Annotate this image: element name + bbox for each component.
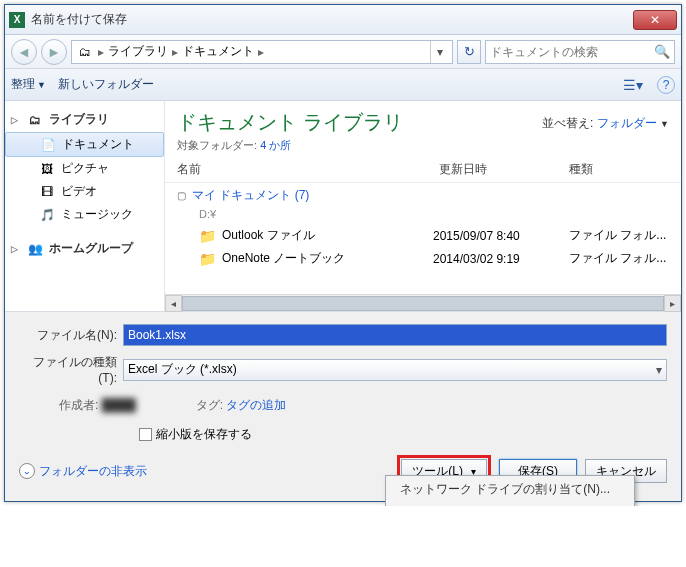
library-subfolder: 対象フォルダー: 4 か所 bbox=[177, 138, 403, 153]
breadcrumb[interactable]: 🗂 ▸ ライブラリ ▸ ドキュメント ▸ ▾ bbox=[71, 40, 453, 64]
save-dialog: X 名前を付けて保存 ✕ ◄ ► 🗂 ▸ ライブラリ ▸ ドキュメント ▸ ▾ … bbox=[4, 4, 682, 502]
new-folder-button[interactable]: 新しいフォルダー bbox=[58, 76, 154, 93]
breadcrumb-item[interactable]: ドキュメント bbox=[182, 43, 254, 60]
hide-folder-toggle[interactable]: フォルダーの非表示 bbox=[19, 463, 147, 480]
group-row[interactable]: ▢ マイ ドキュメント (7) bbox=[165, 183, 681, 208]
video-icon: 🎞 bbox=[39, 184, 55, 200]
back-button[interactable]: ◄ bbox=[11, 39, 37, 65]
nav-bar: ◄ ► 🗂 ▸ ライブラリ ▸ ドキュメント ▸ ▾ ↻ 🔍 bbox=[5, 35, 681, 69]
picture-icon: 🖼 bbox=[39, 161, 55, 177]
column-type[interactable]: 種類 bbox=[569, 161, 669, 178]
author-label: 作成者: bbox=[59, 398, 98, 412]
folder-icon: 📁 bbox=[199, 228, 216, 244]
thumbnail-checkbox[interactable] bbox=[139, 428, 152, 441]
search-box[interactable]: 🔍 bbox=[485, 40, 675, 64]
sidebar-library-header[interactable]: 🗂 ライブラリ bbox=[5, 107, 164, 132]
sidebar-item-documents[interactable]: 📄 ドキュメント bbox=[5, 132, 164, 157]
file-row[interactable]: 📁 OneNote ノートブック 2014/03/02 9:19 ファイル フォ… bbox=[165, 247, 681, 270]
content-pane: ドキュメント ライブラリ 対象フォルダー: 4 か所 並べ替え: フォルダー ▼… bbox=[165, 101, 681, 311]
content-header: ドキュメント ライブラリ 対象フォルダー: 4 か所 並べ替え: フォルダー ▼ bbox=[165, 101, 681, 157]
chevron-right-icon: ▸ bbox=[256, 45, 266, 59]
dialog-body: 🗂 ライブラリ 📄 ドキュメント 🖼 ピクチャ 🎞 ビデオ 🎵 ミ bbox=[5, 101, 681, 311]
filename-label: ファイル名(N): bbox=[19, 327, 117, 344]
scroll-left-button[interactable]: ◂ bbox=[165, 295, 182, 312]
titlebar: X 名前を付けて保存 ✕ bbox=[5, 5, 681, 35]
folder-icon: 📁 bbox=[199, 251, 216, 267]
column-headers: 名前 更新日時 種類 bbox=[165, 157, 681, 183]
refresh-button[interactable]: ↻ bbox=[457, 40, 481, 64]
menu-item-network-drive[interactable]: ネットワーク ドライブの割り当て(N)... bbox=[386, 476, 634, 503]
horizontal-scrollbar[interactable]: ◂ ▸ bbox=[165, 294, 681, 311]
excel-icon: X bbox=[9, 12, 25, 28]
filetype-select[interactable]: Excel ブック (*.xlsx) bbox=[123, 359, 667, 381]
thumbnail-label: 縮小版を保存する bbox=[156, 426, 252, 443]
music-icon: 🎵 bbox=[39, 207, 55, 223]
sidebar-item-music[interactable]: 🎵 ミュージック bbox=[5, 203, 164, 226]
sidebar: 🗂 ライブラリ 📄 ドキュメント 🖼 ピクチャ 🎞 ビデオ 🎵 ミ bbox=[5, 101, 165, 311]
file-list: ▢ マイ ドキュメント (7) D:¥ 📁 Outlook ファイル 2015/… bbox=[165, 183, 681, 294]
window-title: 名前を付けて保存 bbox=[31, 11, 633, 28]
author-value: ████ bbox=[102, 398, 136, 412]
tag-add-link[interactable]: タグの追加 bbox=[226, 398, 286, 412]
homegroup-icon: 👥 bbox=[27, 241, 43, 257]
library-title: ドキュメント ライブラリ bbox=[177, 109, 403, 136]
chevron-right-icon: ▸ bbox=[170, 45, 180, 59]
close-button[interactable]: ✕ bbox=[633, 10, 677, 30]
sidebar-item-pictures[interactable]: 🖼 ピクチャ bbox=[5, 157, 164, 180]
library-icon: 🗂 bbox=[27, 112, 43, 128]
menu-item-web-options[interactable]: Web オプション(W)... bbox=[386, 503, 634, 506]
search-input[interactable] bbox=[490, 45, 654, 59]
organize-menu[interactable]: 整理 ▼ bbox=[11, 76, 46, 93]
sort-control[interactable]: 並べ替え: フォルダー ▼ bbox=[542, 115, 669, 132]
group-path: D:¥ bbox=[165, 208, 681, 224]
breadcrumb-dropdown[interactable]: ▾ bbox=[430, 41, 448, 63]
column-name[interactable]: 名前 bbox=[177, 161, 439, 178]
forward-button[interactable]: ► bbox=[41, 39, 67, 65]
sidebar-homegroup-header[interactable]: 👥 ホームグループ bbox=[5, 236, 164, 261]
library-icon: 🗂 bbox=[76, 43, 94, 61]
subfolder-link[interactable]: 4 か所 bbox=[260, 139, 291, 151]
document-icon: 📄 bbox=[40, 137, 56, 153]
breadcrumb-item[interactable]: ライブラリ bbox=[108, 43, 168, 60]
filetype-label: ファイルの種類(T): bbox=[19, 354, 117, 385]
file-row[interactable]: 📁 Outlook ファイル 2015/09/07 8:40 ファイル フォル.… bbox=[165, 224, 681, 247]
scroll-thumb[interactable] bbox=[182, 296, 664, 311]
scroll-right-button[interactable]: ▸ bbox=[664, 295, 681, 312]
filename-input[interactable] bbox=[123, 324, 667, 346]
help-button[interactable]: ? bbox=[657, 76, 675, 94]
toolbar: 整理 ▼ 新しいフォルダー ☰▾ ? bbox=[5, 69, 681, 101]
search-icon: 🔍 bbox=[654, 44, 670, 59]
view-mode-button[interactable]: ☰▾ bbox=[621, 73, 645, 97]
chevron-right-icon: ▸ bbox=[96, 45, 106, 59]
column-date[interactable]: 更新日時 bbox=[439, 161, 569, 178]
sidebar-item-videos[interactable]: 🎞 ビデオ bbox=[5, 180, 164, 203]
tag-label: タグ: bbox=[196, 398, 223, 412]
expand-icon: ▢ bbox=[177, 190, 186, 201]
tools-menu: ネットワーク ドライブの割り当て(N)... Web オプション(W)... 全… bbox=[385, 475, 635, 506]
form-area: ファイル名(N): ファイルの種類(T): Excel ブック (*.xlsx)… bbox=[5, 311, 681, 501]
